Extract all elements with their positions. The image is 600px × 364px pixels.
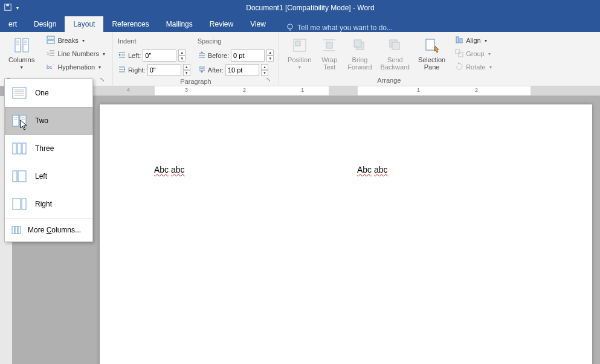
svg-rect-46 [13,88,26,98]
spacing-after-label: After: [208,66,224,74]
svg-rect-64 [12,226,15,234]
tell-me-placeholder: Tell me what you want to do... [297,24,393,32]
columns-option-three[interactable]: Three [5,135,92,162]
bring-forward-button: Bring Forward [344,34,375,72]
tab-references[interactable]: References [103,16,157,32]
indent-header: Indent [118,37,137,45]
svg-rect-43 [460,39,462,43]
align-icon [455,36,463,45]
columns-label: Columns [8,56,34,63]
svg-rect-52 [20,115,26,126]
svg-rect-58 [18,143,21,154]
hyphenation-button[interactable]: bc- Hyphenation▾ [44,61,107,73]
spacing-after-spinner[interactable]: ▲▼ [261,64,268,76]
save-icon[interactable] [4,3,12,13]
align-button[interactable]: Align▾ [453,34,494,46]
line-numbers-button[interactable]: 1 Line Numbers▾ [44,48,107,60]
qat-dropdown-icon[interactable]: ▾ [15,5,21,11]
columns-option-two[interactable]: Two [5,107,92,135]
breaks-button[interactable]: Breaks▾ [44,34,107,46]
columns-two-icon [11,114,28,127]
position-button: Position▼ [284,34,315,72]
column2-text: Abc abc [357,165,388,174]
document-page[interactable]: Abc abc Abc abc [100,104,592,364]
svg-rect-42 [456,37,459,43]
chevron-down-icon: ▾ [98,65,101,70]
indent-left-spinner[interactable]: ▲▼ [178,49,185,62]
columns-left-icon [11,170,28,183]
svg-rect-13 [47,40,54,43]
columns-option-left[interactable]: Left [5,162,92,190]
svg-rect-33 [295,41,300,46]
svg-rect-61 [18,171,26,182]
indent-right-input[interactable] [147,64,181,76]
tell-me-search[interactable]: Tell me what you want to do... [274,24,393,32]
indent-right-spinner[interactable]: ▲▼ [183,64,190,76]
columns-right-icon [11,197,28,211]
svg-rect-45 [459,53,463,57]
column1-text: Abc abc [154,165,185,174]
svg-rect-51 [13,115,19,126]
chevron-down-icon: ▾ [103,51,105,57]
group-button: Group▾ [453,48,494,60]
svg-rect-59 [22,143,26,154]
send-backward-icon [385,36,405,55]
columns-dropdown: One Two Three Left Right More Columns... [4,78,93,242]
spacing-after-input[interactable] [225,64,259,76]
group-icon [455,49,463,59]
rotate-label: Rotate [466,63,485,71]
tab-insert[interactable]: ert [0,16,25,32]
spacing-before-spinner[interactable]: ▲▼ [266,49,274,62]
columns-option-right[interactable]: Right [5,190,92,218]
horizontal-ruler[interactable]: 4 3 2 1 1 2 [12,86,600,96]
svg-rect-57 [13,143,16,154]
svg-rect-41 [426,39,434,50]
tab-review[interactable]: Review [201,16,242,32]
more-columns-label: More Columns... [28,226,81,234]
svg-rect-60 [13,171,17,182]
svg-text:1: 1 [47,51,50,56]
indent-left-input[interactable] [143,49,176,62]
chevron-down-icon: ▼ [19,65,24,69]
spacing-before-input[interactable] [231,49,265,62]
tab-layout[interactable]: Layout [65,16,103,32]
breaks-label: Breaks [57,37,78,44]
tab-view[interactable]: View [242,16,274,32]
page-setup-dialog-launcher[interactable]: ⤡ [98,76,106,85]
hyphenation-label: Hyphenation [57,63,95,71]
columns-button[interactable]: Columns▼ [5,34,38,72]
indent-right-icon [118,66,126,74]
chevron-down-icon: ▾ [82,38,85,43]
spacing-before-icon [198,51,206,60]
svg-rect-34 [326,42,332,48]
columns-right-label: Right [35,200,52,208]
tab-mailings[interactable]: Mailings [158,16,201,32]
hyphenation-icon: bc- [47,62,55,72]
spacing-before-label: Before: [208,52,229,59]
svg-text:-: - [53,62,54,67]
selection-pane-button[interactable]: Selection Pane [415,34,449,72]
quick-access-toolbar: ▾ [0,3,21,13]
svg-rect-63 [22,199,26,209]
spacing-after-icon [198,66,206,74]
columns-one-label: One [35,89,49,97]
columns-option-one[interactable]: One [5,79,92,107]
columns-icon [12,36,31,55]
tab-design[interactable]: Design [25,16,65,32]
wrap-text-icon [320,36,339,55]
svg-rect-38 [354,40,361,47]
more-columns-option[interactable]: More Columns... [5,219,92,241]
rotate-icon [455,62,463,72]
svg-text:bc: bc [47,64,53,70]
svg-rect-5 [23,39,28,52]
indent-left-icon [118,51,126,60]
svg-rect-65 [15,226,18,234]
columns-left-label: Left [35,172,47,180]
arrange-group-label: Arrange [377,77,401,84]
breaks-icon [47,36,55,45]
title-bar: ▾ Document1 [Compatibility Mode] - Word [0,0,600,16]
columns-one-icon [11,86,28,100]
paragraph-dialog-launcher[interactable]: ⤡ [264,76,273,85]
columns-three-label: Three [35,144,54,153]
line-numbers-icon: 1 [47,49,55,59]
